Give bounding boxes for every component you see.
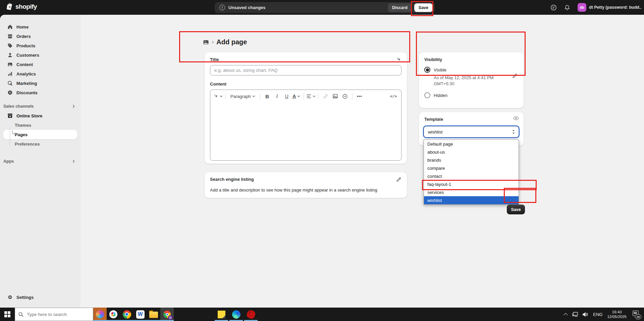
template-option[interactable]: Default page [424,140,519,148]
insert-video-button[interactable] [341,92,350,101]
rich-text-editor[interactable]: Paragraph B I U A [210,90,401,161]
sidebar-item-label: Discounts [16,90,38,95]
save-button-bottom[interactable]: Save [507,205,525,214]
editor-content-area[interactable] [210,103,401,160]
taskbar-edge-icon[interactable] [229,308,243,321]
gear-icon [7,294,13,301]
content-label: Content [210,82,401,87]
user-menu[interactable]: db dt Petty (password: budd... [578,3,641,12]
edit-visibility-pencil-icon[interactable] [512,73,518,78]
start-button[interactable] [0,308,15,321]
template-option[interactable]: brands [424,156,519,164]
save-button-top[interactable]: Save [414,3,433,12]
title-input[interactable] [210,65,401,75]
discounts-icon [7,90,13,96]
tray-chevron-up-icon[interactable] [564,313,568,317]
paragraph-style-dropdown[interactable]: Paragraph [228,92,257,101]
apps-header[interactable]: Apps [0,157,80,166]
page-details-card: Title Content Paragraph B I U [205,52,407,164]
taskbar-search-input[interactable] [27,312,87,317]
alignment-button[interactable] [307,92,316,101]
pages-breadcrumb-icon[interactable] [203,39,209,46]
sidebar-item-orders[interactable]: Orders [0,32,80,41]
sales-channels-header[interactable]: Sales channels [0,102,80,111]
insert-image-button[interactable] [331,92,340,101]
sidebar-item-discounts[interactable]: Discounts [0,88,80,97]
code-view-button[interactable]: </> [389,92,398,101]
italic-button[interactable]: I [273,92,281,101]
sidebar-item-label: Settings [16,295,34,300]
sidebar-item-home[interactable]: Home [0,22,80,32]
preview-eye-icon[interactable] [513,116,519,120]
template-option[interactable]: faq-layout-1 [424,180,519,188]
visible-radio[interactable] [424,67,430,73]
discard-button[interactable]: Discard [388,3,412,12]
assistant-icon[interactable] [550,4,557,11]
notifications-bell-icon[interactable] [564,4,570,11]
template-option[interactable]: contact [424,172,519,180]
taskbar-chrome-profile-icon[interactable]: D [160,308,174,321]
more-options-button[interactable]: ••• [355,92,364,101]
ai-sparkle-icon[interactable] [396,57,401,62]
visibility-heading: Visibility [424,57,518,62]
tree-connector-line [10,127,10,146]
taskbar-word-icon[interactable]: W [133,308,147,321]
action-center-icon[interactable]: 38 [631,311,640,318]
visible-note-line1: As of May 12, 2025 at 4:41 PM [434,75,502,81]
sidebar-item-pages-selected[interactable]: Pages [3,130,77,139]
edit-pencil-icon[interactable] [396,177,401,182]
toolbar-divider [352,93,353,99]
sidebar-item-analytics[interactable]: Analytics [0,69,80,78]
system-tray: ENG 16:43 12/05/2025 38 [564,308,644,321]
template-option[interactable]: compare [424,164,519,172]
breadcrumb-chevron: › [212,39,214,45]
clock[interactable]: 16:43 12/05/2025 [607,310,627,319]
template-option-selected[interactable]: wishlist [424,196,519,204]
template-dropdown: Default page about-us brands compare con… [424,140,519,205]
editor-toolbar: Paragraph B I U A [210,90,401,103]
shopify-logo[interactable]: S shopify [6,3,37,11]
taskbar-slack-icon[interactable] [107,308,120,321]
shopify-wordmark: shopify [15,3,37,10]
visible-note-line2: GMT+5:30 [434,81,502,87]
sidebar-item-label: Online Store [16,113,42,118]
sidebar-item-label: Themes [15,123,31,128]
topbar: S shopify ! Unsaved changes Discard Save… [0,0,644,15]
workspace: Home Orders Products Customers Content A… [0,15,644,308]
visible-label: Visible [434,67,446,72]
link-button[interactable] [321,92,330,101]
bold-button[interactable]: B [263,92,272,101]
taskbar-chrome-icon[interactable] [120,308,133,321]
seo-heading: Search engine listing [210,177,401,182]
marketing-icon [7,80,13,87]
language-indicator[interactable]: ENG [593,312,602,317]
template-select[interactable]: wishlist [424,126,519,138]
profile-badge: D [168,315,173,320]
sidebar-item-marketing[interactable]: Marketing [0,78,80,88]
shopify-bag-icon: S [6,3,14,11]
sidebar-item-settings[interactable]: Settings [0,292,80,302]
alert-icon: ! [219,5,225,10]
sidebar-item-products[interactable]: Products [0,41,80,50]
sidebar-item-content[interactable]: Content [0,60,80,69]
sidebar-item-customers[interactable]: Customers [0,50,80,60]
network-icon[interactable] [572,312,578,317]
sidebar-item-preferences[interactable]: Preferences [0,139,80,149]
toolbar-divider [304,93,304,99]
taskbar-red-mascot-icon[interactable] [244,308,258,321]
taskbar-copilot-icon[interactable] [93,308,107,321]
hidden-radio[interactable] [424,92,430,98]
ai-assist-button[interactable] [214,92,223,101]
underline-button[interactable]: U [282,92,291,101]
text-color-button[interactable]: A [292,92,301,101]
volume-icon[interactable] [583,312,588,317]
taskbar-search[interactable] [15,308,93,321]
sidebar-item-themes[interactable]: Themes [0,120,80,130]
template-option[interactable]: about-us [424,148,519,156]
unsaved-changes-bar: ! Unsaved changes Discard Save [215,2,435,13]
sidebar-item-label: Pages [15,132,28,137]
taskbar-file-explorer-icon[interactable] [147,308,160,321]
sidebar-item-online-store[interactable]: Online Store [0,111,80,120]
taskbar-sticky-notes-icon[interactable] [215,308,228,321]
template-option[interactable]: services [424,188,519,196]
